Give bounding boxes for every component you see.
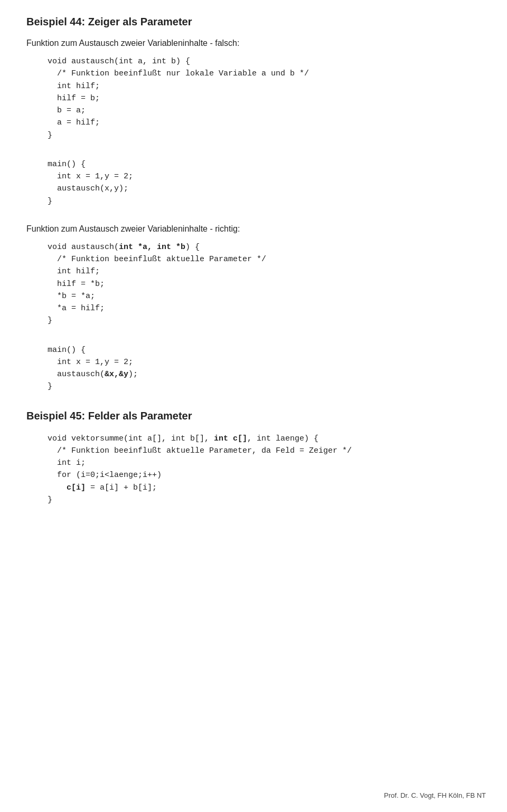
code-block-3: void austausch(int *a, int *b) { /* Funk… [48, 241, 481, 327]
footer-text: Prof. Dr. C. Vogt, FH Köln, FB NT [384, 791, 486, 799]
bold-params-3: int c[] [214, 434, 247, 443]
page-title: Beispiel 44: Zeiger als Parameter [26, 16, 481, 28]
bold-params-2: &x,&y [105, 370, 128, 379]
code-block-2: main() { int x = 1,y = 2; austausch(x,y)… [48, 158, 481, 207]
section1-heading: Funktion zum Austausch zweier Variableni… [26, 39, 481, 48]
bold-params-1: int *a, int *b [119, 243, 185, 252]
section2-heading: Funktion zum Austausch zweier Variableni… [26, 224, 481, 234]
code-block-4: main() { int x = 1,y = 2; austausch(&x,&… [48, 344, 481, 393]
code-block-5: void vektorsumme(int a[], int b[], int c… [48, 433, 481, 507]
code-block-1: void austausch(int a, int b) { /* Funkti… [48, 55, 481, 141]
example2-title: Beispiel 45: Felder als Parameter [26, 410, 481, 422]
bold-assign: c[i] [67, 483, 86, 492]
